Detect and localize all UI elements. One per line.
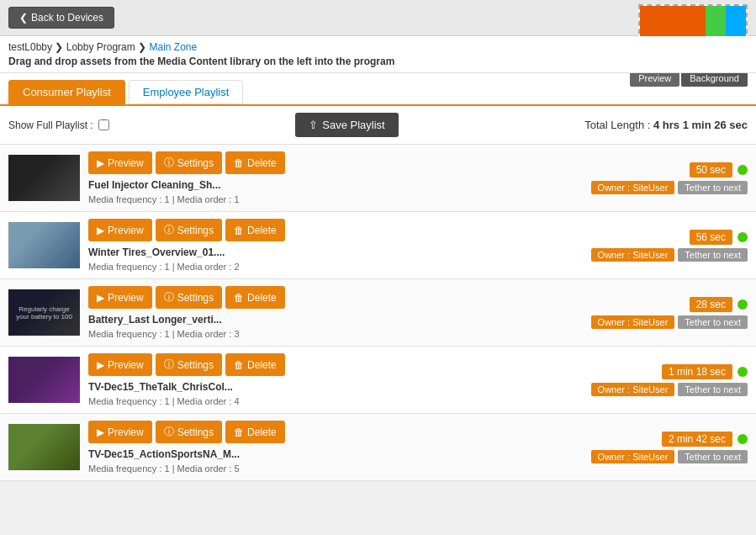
item-thumbnail	[8, 357, 80, 403]
status-dot	[737, 434, 748, 444]
list-item: Regularly charge your battery to 100 ▶ P…	[0, 279, 756, 347]
breadcrumb-zone: Main Zone	[149, 41, 197, 53]
item-delete-button[interactable]: 🗑 Delete	[225, 421, 285, 443]
status-dot	[737, 367, 748, 377]
tether-button[interactable]: Tether to next	[678, 248, 748, 262]
item-preview-button[interactable]: ▶ Preview	[88, 219, 152, 241]
item-thumbnail	[8, 424, 80, 470]
owner-tether: Owner : SiteUser Tether to next	[591, 181, 748, 194]
owner-badge: Owner : SiteUser	[591, 181, 675, 194]
item-actions: ▶ Preview ⓘ Settings 🗑 Delete Battery_La…	[88, 286, 583, 339]
tab-consumer-playlist[interactable]: Consumer Playlist	[8, 80, 125, 104]
duration-badge: 28 sec	[690, 297, 732, 312]
item-meta: Media frequency : 1 | Media order : 1	[88, 194, 583, 204]
trash-icon: 🗑	[234, 292, 244, 304]
tether-button[interactable]: Tether to next	[678, 450, 748, 463]
item-thumbnail: Regularly charge your battery to 100	[8, 289, 80, 336]
upload-icon: ⇧	[309, 119, 318, 131]
list-item: ▶ Preview ⓘ Settings 🗑 Delete TV-Dec15_A…	[0, 414, 756, 481]
item-delete-button[interactable]: 🗑 Delete	[225, 151, 285, 174]
item-meta: Media frequency : 1 | Media order : 3	[88, 329, 583, 339]
total-length-value: 4 hrs 1 min 26 sec	[653, 119, 748, 131]
trash-icon: 🗑	[234, 359, 244, 371]
item-right: 56 sec Owner : SiteUser Tether to next	[591, 230, 748, 262]
tether-button[interactable]: Tether to next	[678, 315, 748, 329]
item-preview-button[interactable]: ▶ Preview	[88, 286, 152, 309]
owner-badge: Owner : SiteUser	[591, 450, 675, 463]
item-settings-button[interactable]: ⓘ Settings	[156, 151, 222, 174]
list-item: ▶ Preview ⓘ Settings 🗑 Delete Fuel Injec…	[0, 145, 756, 212]
breadcrumb: testL0bby ❯ Lobby Program ❯ Main Zone	[8, 41, 748, 53]
owner-badge: Owner : SiteUser	[591, 315, 675, 329]
item-title: TV-Dec15_ActionSportsNA_M...	[88, 448, 583, 460]
item-delete-button[interactable]: 🗑 Delete	[225, 353, 285, 376]
duration-badge: 1 min 18 sec	[662, 364, 732, 379]
item-preview-button[interactable]: ▶ Preview	[88, 151, 152, 174]
duration-badge: 56 sec	[690, 230, 732, 245]
owner-badge: Owner : SiteUser	[591, 248, 675, 262]
tether-button[interactable]: Tether to next	[678, 181, 748, 194]
item-actions: ▶ Preview ⓘ Settings 🗑 Delete TV-Dec15_A…	[88, 421, 583, 474]
breadcrumb-sep1: ❯	[55, 41, 66, 53]
breadcrumb-program: Lobby Program	[66, 41, 135, 53]
show-full-label: Show Full Playlist :	[8, 119, 93, 131]
show-full-checkbox[interactable]	[98, 119, 109, 130]
item-thumbnail	[8, 155, 80, 201]
info-icon: ⓘ	[164, 156, 174, 170]
owner-badge: Owner : SiteUser	[591, 383, 675, 396]
chevron-left-icon: ❮	[19, 12, 28, 24]
item-preview-button[interactable]: ▶ Preview	[88, 353, 152, 376]
item-settings-button[interactable]: ⓘ Settings	[156, 219, 222, 241]
playlist-container: ▶ Preview ⓘ Settings 🗑 Delete Fuel Injec…	[0, 145, 756, 481]
breadcrumb-site: testL0bby	[8, 41, 52, 53]
show-full-playlist: Show Full Playlist :	[8, 119, 109, 131]
play-icon: ▶	[97, 359, 104, 371]
total-length-label: Total Length :	[584, 119, 650, 131]
back-to-devices-button[interactable]: ❮ Back to Devices	[8, 7, 114, 29]
tether-button[interactable]: Tether to next	[678, 383, 748, 396]
info-icon: ⓘ	[164, 425, 174, 439]
item-title: TV-Dec15_TheTalk_ChrisCol...	[88, 381, 583, 393]
item-actions: ▶ Preview ⓘ Settings 🗑 Delete TV-Dec15_T…	[88, 353, 583, 406]
status-dot	[737, 299, 748, 310]
item-actions: ▶ Preview ⓘ Settings 🗑 Delete Winter Tir…	[88, 219, 583, 272]
total-length: Total Length : 4 hrs 1 min 26 sec	[584, 119, 748, 131]
trash-icon: 🗑	[234, 426, 244, 438]
item-delete-button[interactable]: 🗑 Delete	[225, 219, 285, 241]
status-dot	[737, 165, 748, 175]
item-actions: ▶ Preview ⓘ Settings 🗑 Delete Fuel Injec…	[88, 151, 583, 204]
play-icon: ▶	[97, 426, 104, 438]
item-preview-button[interactable]: ▶ Preview	[88, 421, 152, 443]
item-thumbnail	[8, 222, 80, 268]
duration-badge: 50 sec	[690, 162, 732, 177]
play-icon: ▶	[97, 157, 104, 169]
play-icon: ▶	[97, 225, 104, 236]
info-icon: ⓘ	[164, 290, 174, 305]
owner-tether: Owner : SiteUser Tether to next	[591, 450, 748, 463]
item-right: 50 sec Owner : SiteUser Tether to next	[591, 162, 748, 194]
item-title: Winter Tires_Overview_01....	[88, 246, 583, 258]
item-title: Battery_Last Longer_verti...	[88, 314, 583, 326]
info-icon: ⓘ	[164, 358, 174, 372]
tab-employee-playlist[interactable]: Employee Playlist	[129, 80, 244, 104]
play-icon: ▶	[97, 292, 104, 304]
trash-icon: 🗑	[234, 225, 244, 236]
drag-info-text: Drag and drop assets from the Media Cont…	[8, 56, 748, 67]
item-right: 1 min 18 sec Owner : SiteUser Tether to …	[591, 364, 748, 396]
breadcrumb-bar: testL0bby ❯ Lobby Program ❯ Main Zone Dr…	[0, 36, 756, 73]
item-title: Fuel Injector Cleaning_Sh...	[88, 179, 583, 191]
item-right: 28 sec Owner : SiteUser Tether to next	[591, 297, 748, 329]
item-settings-button[interactable]: ⓘ Settings	[156, 353, 222, 376]
item-delete-button[interactable]: 🗑 Delete	[225, 286, 285, 309]
save-playlist-button[interactable]: ⇧ Save Playlist	[295, 113, 398, 137]
employee-playlist-tab-label: Employee Playlist	[143, 86, 230, 98]
item-settings-button[interactable]: ⓘ Settings	[156, 421, 222, 443]
back-button-label: Back to Devices	[31, 12, 103, 24]
owner-tether: Owner : SiteUser Tether to next	[591, 248, 748, 262]
item-meta: Media frequency : 1 | Media order : 2	[88, 262, 583, 272]
breadcrumb-sep2: ❯	[138, 41, 149, 53]
info-icon: ⓘ	[164, 223, 174, 237]
save-playlist-label: Save Playlist	[322, 119, 384, 131]
item-meta: Media frequency : 1 | Media order : 4	[88, 396, 583, 406]
item-settings-button[interactable]: ⓘ Settings	[156, 286, 222, 309]
